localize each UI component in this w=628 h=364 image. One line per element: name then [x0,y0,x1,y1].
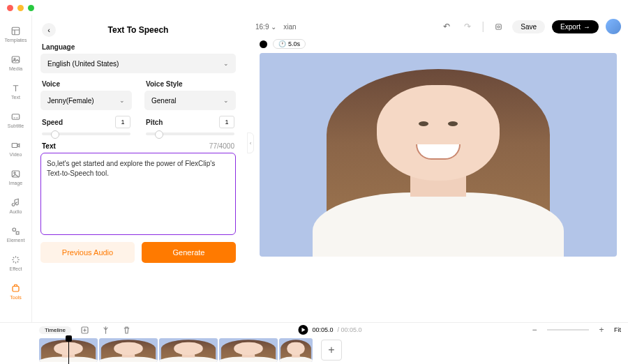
chevron-down-icon: ⌄ [119,97,125,104]
rail-label: Effect [10,266,22,271]
play-button[interactable] [298,325,308,335]
zoom-in-button[interactable]: + [595,323,608,337]
rail-label: Video [10,152,22,157]
scene-indicator[interactable] [260,40,267,48]
add-clip-button[interactable]: + [321,340,342,361]
rail-label: Audio [10,209,22,214]
rail-video[interactable]: Video [0,138,31,158]
zoom-out-button[interactable]: − [528,323,541,337]
chevron-down-icon: ⌄ [223,60,229,67]
crop-button[interactable] [491,20,505,33]
zoom-slider[interactable] [547,329,589,331]
back-button[interactable]: ‹ [42,23,56,37]
save-button[interactable]: Save [512,20,545,33]
text-icon [10,82,22,93]
window-titlebar [0,0,628,15]
generate-button[interactable]: Generate [142,242,236,263]
rail-label: Tools [10,295,21,300]
media-icon [10,54,22,65]
rail-label: Media [9,66,22,71]
chevron-down-icon: ⌄ [223,97,229,104]
previous-audio-button[interactable]: Previous Audio [40,242,135,263]
rail-label: Subtitle [8,123,24,128]
text-label: Text [42,142,56,150]
video-clip[interactable] [219,338,278,362]
fit-button[interactable]: Fit [614,326,621,333]
minimize-window-icon[interactable] [17,5,24,11]
rail-effect[interactable]: Effect [0,252,31,273]
rail-label: Image [9,181,22,185]
subtitle-icon [10,111,22,122]
audio-icon [10,197,22,208]
timeline: Timeline 00:05.0 / 00:05.0 − + Fit [0,322,628,364]
speed-label: Speed [42,119,63,126]
current-time: 00:05.0 [312,326,333,333]
project-name[interactable]: xian [283,23,296,31]
tts-panel: ‹ Text To Speech Language English (Unite… [32,15,248,322]
rail-media[interactable]: Media [0,52,31,73]
sidebar-rail: Templates Media Text Subtitle Video Imag… [0,15,32,322]
svg-rect-8 [16,232,19,234]
svg-rect-3 [12,114,20,119]
style-value: General [151,97,177,105]
user-avatar[interactable] [606,19,621,34]
maximize-window-icon[interactable] [28,5,34,11]
style-label: Voice Style [146,80,239,88]
timeline-badge[interactable]: Timeline [39,326,71,334]
svg-point-6 [14,172,15,173]
playhead[interactable] [68,337,69,364]
rail-image[interactable]: Image [0,167,31,187]
rail-label: Templates [5,38,27,43]
add-track-button[interactable] [78,323,92,337]
close-window-icon[interactable] [7,5,13,11]
text-input[interactable]: So,let's get started and explore the pow… [40,153,236,235]
rail-tools[interactable]: Tools [0,281,31,301]
video-track[interactable]: + [39,338,621,362]
svg-rect-4 [12,143,17,147]
undo-button[interactable]: ↶ [440,20,454,33]
export-button[interactable]: Export→ [552,20,599,33]
svg-rect-10 [496,24,502,29]
rail-label: Text [11,95,20,100]
total-time: / 00:05.0 [338,326,362,333]
rail-audio[interactable]: Audio [0,195,31,215]
style-select[interactable]: General⌄ [144,91,236,110]
pitch-label: Pitch [146,119,163,126]
tools-icon [10,282,22,294]
panel-title: Text To Speech [108,25,169,35]
element-icon [10,225,22,236]
image-icon [10,168,22,179]
pitch-input[interactable]: 1 [219,116,234,128]
video-clip[interactable] [279,338,313,362]
language-value: English (United States) [47,60,119,68]
svg-rect-9 [13,286,19,291]
clock-icon: 🕐 [278,40,286,47]
pitch-slider[interactable] [146,132,234,135]
svg-rect-0 [12,27,20,35]
canvas-area: 16:9 ⌄ xian ↶ ↷ | Save Export→ 🕐5.0s [248,15,628,322]
aspect-ratio-select[interactable]: 16:9 ⌄ [255,23,276,31]
delete-button[interactable] [120,323,134,337]
redo-button[interactable]: ↷ [461,20,474,33]
voice-value: Jenny(Female) [47,97,94,105]
voice-label: Voice [42,80,135,88]
rail-templates[interactable]: Templates [0,24,31,44]
speed-slider[interactable] [42,132,130,135]
effect-icon [10,254,22,265]
text-counter: 77/4000 [209,142,234,150]
rail-label: Element [7,238,25,243]
rail-element[interactable]: Element [0,224,31,244]
split-button[interactable] [99,323,113,337]
video-clip[interactable] [99,338,158,362]
rail-text[interactable]: Text [0,81,31,101]
rail-subtitle[interactable]: Subtitle [0,109,31,130]
person-image [299,57,577,257]
templates-icon [10,25,22,36]
video-clip[interactable] [159,338,218,362]
language-select[interactable]: English (United States)⌄ [40,54,236,73]
video-preview[interactable] [260,53,617,257]
voice-select[interactable]: Jenny(Female)⌄ [40,91,132,110]
duration-badge[interactable]: 🕐5.0s [273,39,306,49]
speed-input[interactable]: 1 [115,116,130,128]
svg-point-11 [498,26,500,28]
